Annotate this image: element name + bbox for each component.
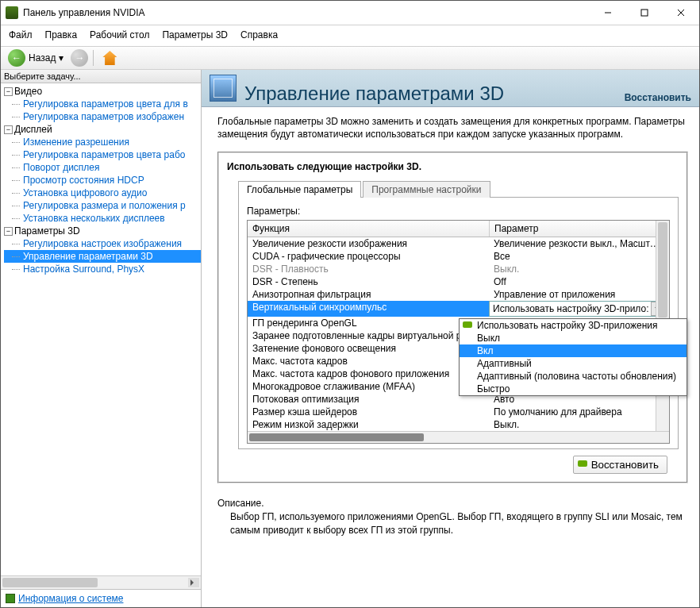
param-name: CUDA - графические процессоры: [248, 250, 489, 263]
param-name: Анизотропная фильтрация: [248, 288, 489, 301]
tree-item[interactable]: Регулировка размера и положения р: [4, 199, 201, 212]
menubar: Файл Правка Рабочий стол Параметры 3D Сп…: [1, 25, 699, 46]
sidebar: Выберите задачу... −Видео Регулировка па…: [1, 70, 202, 607]
nvidia-icon: [6, 6, 18, 19]
param-value[interactable]: Off: [489, 275, 669, 288]
group-video[interactable]: Видео: [14, 86, 42, 97]
toolbar-separator: [93, 50, 94, 66]
window-title: Панель управления NVIDIA: [23, 7, 590, 18]
col-parameter[interactable]: Параметр: [490, 221, 669, 237]
param-name: Вертикальный синхроимпульс: [248, 301, 489, 317]
home-button[interactable]: [98, 48, 121, 67]
param-row[interactable]: Увеличение резкости изображенияУвеличени…: [248, 237, 669, 250]
param-value[interactable]: Все: [489, 250, 669, 263]
tree-item[interactable]: Поворот дисплея: [4, 161, 201, 174]
param-row[interactable]: Размер кэша шейдеровПо умолчанию для дра…: [248, 406, 669, 418]
restore-button[interactable]: Восстановить: [573, 456, 667, 474]
app-window: Панель управления NVIDIA Файл Правка Раб…: [0, 0, 700, 608]
tree-item[interactable]: Установка цифрового аудио: [4, 187, 201, 199]
expand-icon[interactable]: −: [4, 125, 13, 134]
param-name: Режим низкой задержки: [248, 418, 489, 431]
vsync-dropdown[interactable]: Использовать настройку 3D-приложенияВыкл…: [459, 318, 687, 396]
task-tree: −Видео Регулировка параметров цвета для …: [1, 83, 201, 575]
sidebar-scrollbar[interactable]: [1, 575, 201, 589]
system-info-label: Информация о системе: [18, 593, 123, 604]
param-name: Потоковая оптимизация: [248, 393, 489, 406]
tabs: Глобальные параметры Программные настрой…: [238, 180, 679, 198]
info-icon: [6, 594, 15, 603]
param-name: DSR - Степень: [248, 275, 489, 288]
tree-item[interactable]: Регулировка параметров цвета для в: [4, 98, 201, 110]
restore-defaults-link[interactable]: Восстановить: [625, 92, 691, 105]
dropdown-item[interactable]: Выкл: [460, 332, 687, 344]
toolbar: ← Назад ▾ →: [1, 46, 699, 70]
param-value[interactable]: Выкл.: [489, 263, 669, 275]
param-value[interactable]: По умолчанию для драйвера: [489, 406, 669, 418]
menu-3d[interactable]: Параметры 3D: [157, 28, 233, 42]
tree-item[interactable]: Регулировка параметров изображен: [4, 110, 201, 123]
param-row[interactable]: Режим низкой задержкиВыкл.: [248, 418, 669, 431]
expand-icon[interactable]: −: [4, 87, 13, 96]
horizontal-scrollbar[interactable]: [248, 431, 669, 443]
param-name: Затенение фонового освещения: [248, 342, 489, 355]
param-value[interactable]: Увеличение резкости выкл., Масштаби: [489, 237, 669, 250]
param-name: Макс. частота кадров: [248, 355, 489, 367]
svg-rect-1: [641, 10, 648, 16]
params-label: Параметры:: [247, 206, 670, 217]
tree-item[interactable]: Установка нескольких дисплеев: [4, 212, 201, 225]
col-function[interactable]: Функция: [248, 221, 490, 237]
expand-icon[interactable]: −: [4, 227, 13, 236]
page-header-icon: [210, 75, 237, 102]
param-value[interactable]: Управление от приложения: [489, 288, 669, 301]
dropdown-item[interactable]: Вкл: [460, 344, 687, 357]
home-icon: [102, 51, 117, 65]
description-section: Описание. Выбор ГП, используемого прилож…: [217, 491, 688, 536]
param-name: Макс. частота кадров фонового приложения: [248, 367, 489, 380]
task-header: Выберите задачу...: [1, 70, 201, 83]
close-button[interactable]: [663, 1, 699, 25]
param-value[interactable]: Использовать настройку 3D-прило:: [489, 301, 669, 317]
tree-item[interactable]: Изменение разрешения: [4, 136, 201, 148]
tab-program[interactable]: Программные настройки: [363, 181, 490, 198]
page-title: Управление параметрами 3D: [244, 83, 625, 105]
dropdown-item[interactable]: Быстро: [460, 383, 687, 395]
titlebar: Панель управления NVIDIA: [1, 1, 699, 25]
dropdown-item[interactable]: Адаптивный: [460, 357, 687, 370]
dropdown-item[interactable]: Использовать настройку 3D-приложения: [460, 319, 687, 332]
menu-desktop[interactable]: Рабочий стол: [85, 28, 154, 42]
param-row[interactable]: DSR - ПлавностьВыкл.: [248, 263, 669, 275]
param-row[interactable]: Вертикальный синхроимпульсИспользовать н…: [248, 301, 669, 317]
forward-button[interactable]: →: [71, 49, 88, 67]
menu-edit[interactable]: Правка: [40, 28, 83, 42]
system-info-link[interactable]: Информация о системе: [1, 589, 201, 607]
page-header: Управление параметрами 3D Восстановить: [202, 70, 699, 107]
back-arrow-icon: ←: [8, 49, 25, 67]
tree-item-selected[interactable]: Управление параметрами 3D: [4, 250, 201, 263]
menu-help[interactable]: Справка: [236, 28, 283, 42]
settings-title: Использовать следующие настройки 3D.: [227, 161, 679, 172]
maximize-button[interactable]: [626, 1, 663, 25]
param-name: Многокадровое сглаживание (MFAA): [248, 380, 489, 393]
param-row[interactable]: CUDA - графические процессорыВсе: [248, 250, 669, 263]
minimize-button[interactable]: [590, 1, 626, 25]
menu-file[interactable]: Файл: [4, 28, 37, 42]
tree-item[interactable]: Просмотр состояния HDCP: [4, 174, 201, 187]
param-row[interactable]: DSR - СтепеньOff: [248, 275, 669, 288]
tab-global[interactable]: Глобальные параметры: [238, 181, 361, 198]
group-3d[interactable]: Параметры 3D: [14, 225, 80, 237]
description-header: Описание.: [217, 498, 688, 509]
param-row[interactable]: Анизотропная фильтрацияУправление от при…: [248, 288, 669, 301]
back-label: Назад: [29, 52, 56, 63]
param-value[interactable]: Выкл.: [489, 418, 669, 431]
back-dropdown-icon[interactable]: ▾: [59, 52, 63, 63]
intro-text: Глобальные параметры 3D можно заменить и…: [217, 115, 688, 140]
back-button[interactable]: ← Назад ▾: [4, 47, 67, 69]
group-display[interactable]: Дисплей: [14, 124, 52, 135]
param-name: DSR - Плавность: [248, 263, 489, 275]
restore-button-label: Восстановить: [591, 459, 659, 471]
param-name: Заранее подготовленные кадры виртуальной…: [248, 329, 489, 342]
tree-item[interactable]: Регулировка параметров цвета рабо: [4, 148, 201, 161]
tree-item[interactable]: Настройка Surround, PhysX: [4, 263, 201, 275]
tree-item[interactable]: Регулировка настроек изображения: [4, 237, 201, 250]
dropdown-item[interactable]: Адаптивный (половина частоты обновления): [460, 370, 687, 383]
